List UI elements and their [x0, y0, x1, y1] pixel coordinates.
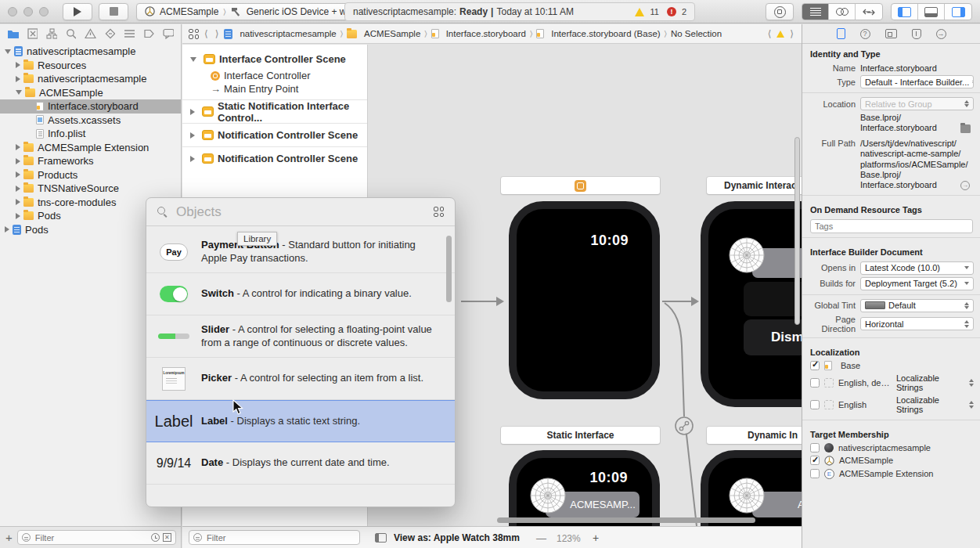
library-search-input[interactable]: [175, 204, 427, 221]
library-item-picker[interactable]: Loremipsum Picker - A control for select…: [146, 358, 455, 400]
type-dropdown[interactable]: Default - Interface Builder...: [860, 75, 974, 88]
disclosure-closed-icon[interactable]: [16, 76, 20, 82]
toggle-inspector-button[interactable]: [945, 4, 971, 20]
file-row[interactable]: Info.plist: [0, 127, 181, 141]
back-button[interactable]: ⟨: [203, 28, 210, 39]
checkbox-unchecked[interactable]: [810, 400, 820, 409]
file-row-folder[interactable]: Resources: [0, 59, 181, 73]
toggle-debug-area-button[interactable]: [918, 4, 945, 20]
symbol-navigator-icon[interactable]: [46, 28, 57, 39]
outline-controller-row[interactable]: Interface Controller: [182, 69, 367, 82]
issue-navigator-icon[interactable]: [85, 28, 95, 39]
breadcrumb-file[interactable]: Interface.storyboard: [431, 29, 526, 38]
standard-editor-button[interactable]: [802, 4, 829, 20]
target-membership-row[interactable]: nativescriptacmesample: [802, 442, 980, 454]
canvas-vertical-scrollbar[interactable]: [794, 137, 800, 325]
disclosure-closed-icon[interactable]: [16, 144, 20, 150]
version-editor-button[interactable]: [856, 4, 882, 20]
related-items-icon[interactable]: [189, 29, 199, 39]
warning-icon[interactable]: [635, 8, 644, 16]
page-direction-dropdown[interactable]: Horizontal: [860, 317, 974, 330]
run-button[interactable]: [63, 3, 92, 20]
scene-title-static-interface[interactable]: Static Interface: [501, 427, 660, 444]
file-row-selected[interactable]: Interface.storyboard: [0, 99, 181, 114]
scene-title-dynamic-top[interactable]: Dynamic Interac: [707, 177, 802, 194]
stop-button[interactable]: [99, 3, 128, 20]
library-view-mode-icon[interactable]: [434, 207, 444, 217]
disclosure-open-icon[interactable]: [5, 49, 11, 54]
disclosure-closed-icon[interactable]: [190, 132, 195, 139]
outline-filter-input[interactable]: [205, 532, 355, 543]
checkbox-checked[interactable]: [810, 361, 820, 370]
test-navigator-icon[interactable]: [105, 28, 115, 39]
file-row-folder[interactable]: nativescriptacmesample: [0, 72, 181, 86]
assistant-editor-button[interactable]: [829, 4, 856, 20]
watch-screen-dynamic-notification[interactable]: ACM Dism: [701, 201, 802, 407]
scene-title-interface-controller[interactable]: [501, 177, 660, 194]
open-path-arrow-icon[interactable]: →: [960, 181, 970, 190]
file-row-folder[interactable]: TNSNativeSource: [0, 182, 181, 196]
localization-row[interactable]: English Localizable Strings: [802, 394, 980, 416]
outline-filter-field[interactable]: [189, 530, 360, 545]
scene-title-dynamic-bottom[interactable]: Dynamic In: [707, 427, 802, 444]
source-control-icon[interactable]: [27, 28, 38, 39]
identity-inspector-icon[interactable]: [885, 29, 897, 38]
target-membership-row[interactable]: ACMESample: [802, 454, 980, 467]
toggle-navigator-button[interactable]: [892, 4, 918, 20]
disclosure-closed-icon[interactable]: [190, 156, 195, 162]
zoom-level[interactable]: 123%: [557, 533, 581, 544]
editor-only-button[interactable]: [766, 3, 794, 20]
report-navigator-icon[interactable]: [163, 28, 174, 39]
outline-entry-point-row[interactable]: →Main Entry Point: [182, 82, 367, 96]
file-row-folder[interactable]: ACMESample: [0, 86, 181, 100]
file-row-folder[interactable]: ACMESample Extension: [0, 141, 181, 155]
view-as-label[interactable]: View as: Apple Watch 38mm: [394, 532, 520, 543]
close-button[interactable]: [8, 7, 17, 16]
attributes-inspector-icon[interactable]: [912, 29, 921, 39]
minimize-button[interactable]: [23, 7, 33, 16]
disclosure-closed-icon[interactable]: [5, 226, 9, 233]
disclosure-closed-icon[interactable]: [16, 213, 20, 219]
disclosure-open-icon[interactable]: [190, 57, 196, 62]
disclosure-closed-icon[interactable]: [16, 171, 20, 178]
disclosure-closed-icon[interactable]: [16, 199, 20, 205]
breadcrumb-selection[interactable]: No Selection: [671, 29, 722, 38]
dismiss-button[interactable]: Dism: [744, 319, 802, 355]
library-item-slider[interactable]: Slider - A control for selecting a float…: [146, 315, 455, 358]
zoom-out-button[interactable]: —: [536, 532, 546, 544]
library-item-switch[interactable]: Switch - A control for indicating a bina…: [146, 273, 455, 315]
watch-screen-static-interface[interactable]: 10:09 ACMESAMP...: [509, 450, 660, 526]
breadcrumb-base[interactable]: Interface.storyboard (Base): [536, 29, 660, 38]
zoom-window-button[interactable]: [39, 7, 49, 16]
find-navigator-icon[interactable]: [66, 28, 76, 39]
file-row-project[interactable]: nativescriptacmesample: [0, 45, 181, 59]
recent-files-icon[interactable]: [151, 533, 160, 542]
project-navigator-icon[interactable]: [7, 28, 19, 39]
quick-help-icon[interactable]: ?: [860, 29, 870, 39]
disclosure-closed-icon[interactable]: [190, 109, 195, 115]
file-row-folder[interactable]: Frameworks: [0, 154, 181, 168]
location-dropdown[interactable]: Relative to Group: [860, 97, 974, 110]
resource-tags-input[interactable]: [810, 219, 973, 233]
add-button[interactable]: +: [5, 532, 13, 543]
location-folder-icon[interactable]: [960, 124, 971, 133]
library-item-date[interactable]: 9/9/14 Date - Displays the current date …: [146, 442, 455, 485]
warning-count[interactable]: 11: [650, 7, 658, 16]
library-scrollbar[interactable]: [446, 236, 452, 302]
checkbox-checked[interactable]: [810, 456, 820, 465]
localization-row[interactable]: Base: [802, 359, 980, 372]
localization-row[interactable]: English, depre... Localizable Strings: [802, 372, 980, 394]
file-row-folder[interactable]: Products: [0, 168, 181, 182]
debug-navigator-icon[interactable]: [124, 28, 135, 39]
watch-screen-interface-controller[interactable]: 10:09: [509, 201, 660, 399]
outline-scene-row[interactable]: Static Notification Interface Control...: [182, 99, 367, 119]
checkbox-unchecked[interactable]: [810, 443, 820, 452]
breadcrumb-project[interactable]: nativescriptacmesample: [224, 29, 336, 39]
previous-issue-button[interactable]: ⟨: [766, 28, 773, 39]
target-membership-row[interactable]: E ACMESample Extension: [802, 467, 980, 481]
outline-scene-row[interactable]: Notification Controller Scene: [182, 123, 367, 142]
disclosure-closed-icon[interactable]: [16, 62, 20, 68]
toggle-outline-icon[interactable]: [375, 533, 387, 543]
opens-in-dropdown[interactable]: Latest Xcode (10.0): [860, 261, 974, 275]
global-tint-dropdown[interactable]: Default: [860, 299, 974, 312]
